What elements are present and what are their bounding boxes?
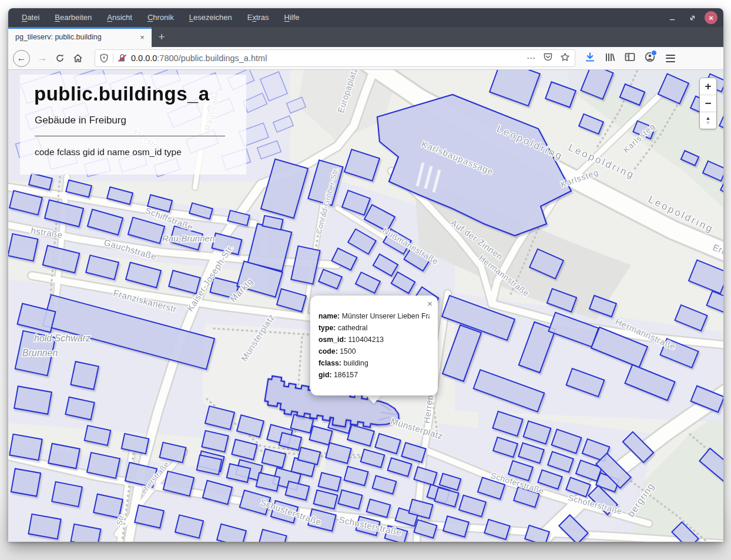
library-button[interactable] <box>605 52 615 65</box>
pocket-button[interactable] <box>543 52 553 64</box>
popup-row-fclass: fclass: building <box>318 357 430 369</box>
tab-bar: pg_tileserv: public.building × + <box>8 27 723 47</box>
popup-row-type: type: cathedral <box>318 322 430 334</box>
active-tab[interactable]: pg_tileserv: public.building × <box>8 27 152 47</box>
url-path: :7800/public.buildings_a.html <box>157 53 267 63</box>
menu-lesezeichen[interactable]: Lesezeichen <box>182 8 240 27</box>
app-menu-button[interactable] <box>665 52 676 65</box>
forward-button[interactable]: → <box>33 49 51 67</box>
arrow-down-icon: ▼ <box>706 120 711 125</box>
poi-label: Brunnen <box>22 348 58 358</box>
layer-info-overlay: public.buildings_a Gebäude in Freiburg c… <box>20 75 246 175</box>
poi-label: hold Schwarz <box>34 333 90 343</box>
minimize-icon <box>669 14 676 21</box>
home-button[interactable] <box>69 49 86 67</box>
account-button[interactable] <box>645 52 655 65</box>
active-tab-accent <box>8 27 152 29</box>
layer-fields: code fclass gid id name osm_id type <box>35 147 246 157</box>
building-polygon[interactable] <box>28 514 61 539</box>
popup-close-button[interactable]: × <box>427 299 432 308</box>
map-canvas[interactable]: SchiffstraßehstraßeGauchstraßeFranziskan… <box>8 70 723 542</box>
bookmark-star-button[interactable] <box>560 52 570 64</box>
download-icon <box>585 52 595 62</box>
url-bar-divider <box>113 53 113 63</box>
menu-ansicht[interactable]: Ansicht <box>99 8 140 27</box>
browser-window: DateiBearbeitenAnsichtChronikLesezeichen… <box>8 8 723 542</box>
feature-popup: × name: Münster Unserer Lieben Frautype:… <box>310 296 438 395</box>
url-domain: 0.0.0.0 <box>131 53 157 63</box>
maximize-icon <box>689 14 696 22</box>
popup-tip <box>366 395 382 404</box>
url-bar[interactable]: 0.0.0.0:7800/public.buildings_a.html ⋯ <box>95 49 575 67</box>
close-icon: × <box>709 14 713 22</box>
tab-title-fade <box>123 29 139 45</box>
reload-icon <box>55 53 65 63</box>
pocket-icon <box>543 52 553 62</box>
menu-datei[interactable]: Datei <box>14 8 47 27</box>
tracking-protection-shield-icon[interactable] <box>100 53 108 63</box>
page-actions-button[interactable]: ⋯ <box>527 53 536 63</box>
maximize-button[interactable] <box>685 10 700 25</box>
new-tab-button[interactable]: + <box>152 27 172 47</box>
sidebar-icon <box>625 52 635 62</box>
navigation-toolbar: ← → <box>8 47 723 70</box>
sidebar-button[interactable] <box>625 52 635 64</box>
building-polygon[interactable] <box>71 361 98 389</box>
popup-row-name: name: Münster Unserer Lieben Frau <box>318 310 430 322</box>
close-button[interactable]: × <box>705 11 717 24</box>
zoom-in-button[interactable]: + <box>700 78 716 95</box>
layer-subtitle: Gebäude in Freiburg <box>35 115 246 126</box>
building-polygon[interactable] <box>9 434 42 460</box>
building-polygon[interactable] <box>52 482 82 507</box>
tab-title: pg_tileserv: public.building <box>15 33 136 41</box>
menu-bearbeiten[interactable]: Bearbeiten <box>47 8 99 27</box>
insecure-lock-icon[interactable] <box>118 53 127 63</box>
home-icon <box>73 53 83 63</box>
star-icon <box>560 52 570 62</box>
building-polygon[interactable] <box>11 468 41 496</box>
extent-button[interactable]: ▲ ▼ <box>700 112 716 129</box>
popup-row-osm_id: osm_id: 110404213 <box>318 334 430 346</box>
menu-chronik[interactable]: Chronik <box>140 8 182 27</box>
account-notification-dot <box>651 50 657 56</box>
minimize-button[interactable] <box>665 10 680 25</box>
map-zoom-control: + − ▲ ▼ <box>699 78 717 129</box>
reload-button[interactable] <box>51 49 69 67</box>
back-button[interactable]: ← <box>13 50 30 67</box>
overlay-divider <box>35 136 225 136</box>
download-button[interactable] <box>585 52 595 65</box>
title-bar[interactable]: DateiBearbeitenAnsichtChronikLesezeichen… <box>8 8 723 27</box>
popup-body: name: Münster Unserer Lieben Frautype: c… <box>310 296 438 387</box>
popup-row-gid: gid: 186157 <box>318 369 430 381</box>
zoom-out-button[interactable]: − <box>700 95 716 112</box>
layer-title: public.buildings_a <box>34 83 246 105</box>
menu-hilfe[interactable]: Hilfe <box>277 8 307 27</box>
building-polygon[interactable] <box>8 234 38 261</box>
menu-extras[interactable]: Extras <box>240 8 277 27</box>
poi-label: Rau-Brunnen <box>162 233 214 243</box>
menu-bar: DateiBearbeitenAnsichtChronikLesezeichen… <box>14 8 307 27</box>
library-icon <box>605 52 615 62</box>
url-text[interactable]: 0.0.0.0:7800/public.buildings_a.html <box>131 53 527 63</box>
popup-row-code: code: 1500 <box>318 346 430 357</box>
